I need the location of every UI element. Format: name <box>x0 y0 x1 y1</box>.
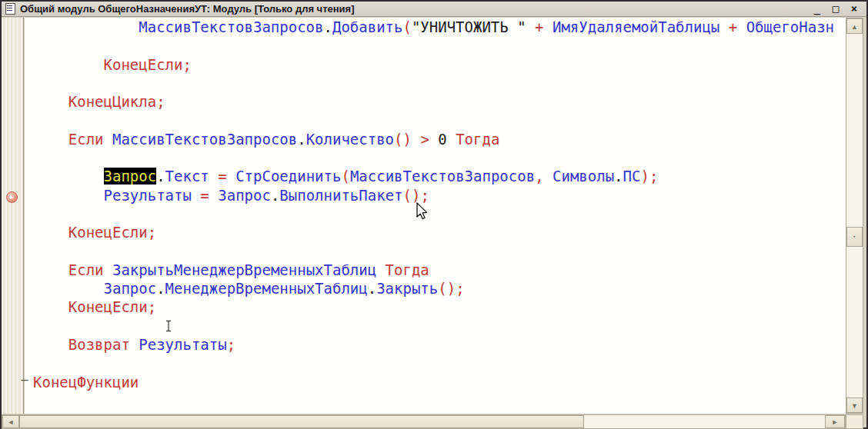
code-editor[interactable]: МассивТекстовЗапросов.Добавить("УНИЧТОЖИ… <box>25 18 846 414</box>
code-line: Если МассивТекстовЗапросов.Количество() … <box>33 130 834 148</box>
code-area[interactable]: МассивТекстовЗапросов.Добавить("УНИЧТОЖИ… <box>33 18 834 391</box>
text-caret-ibeam-icon <box>165 320 172 332</box>
code-line <box>33 205 834 223</box>
code-line: МассивТекстовЗапросов.Добавить("УНИЧТОЖИ… <box>33 18 834 36</box>
close-button[interactable]: × <box>848 3 860 15</box>
scroll-down-icon[interactable]: ▼ <box>846 397 863 413</box>
scroll-left-icon[interactable]: ◄ <box>2 415 19 428</box>
code-line: КонецЕсли; <box>33 223 834 241</box>
vertical-scrollbar[interactable]: ▲ ▪ ▼ <box>846 18 863 414</box>
code-line: Запрос.Текст = СтрСоединить(МассивТексто… <box>33 167 834 185</box>
breakpoint-marker-icon[interactable]: ► <box>6 191 18 203</box>
code-line <box>33 317 834 335</box>
code-line: КонецЦикла; <box>33 92 834 111</box>
minimize-button[interactable]: _ <box>811 3 823 15</box>
code-line <box>33 148 834 167</box>
vertical-scroll-thumb[interactable]: ▪ <box>846 227 863 247</box>
code-line <box>33 354 834 372</box>
code-line <box>33 111 834 129</box>
window-controls: _ □ × <box>811 2 860 17</box>
module-document-icon <box>5 3 15 15</box>
code-line: КонецЕсли; <box>33 298 834 316</box>
app-window: Общий модуль ОбщегоНазначенияУТ: Модуль … <box>0 0 868 429</box>
code-line <box>33 242 834 261</box>
selected-word-highlight: Запрос <box>104 168 157 185</box>
code-line: Запрос.МенеджерВременныхТаблиц.Закрыть()… <box>33 279 834 298</box>
mouse-pointer-icon <box>416 202 428 221</box>
horizontal-scrollbar[interactable]: ◄ ► <box>2 414 846 429</box>
horizontal-scroll-thumb[interactable] <box>19 415 584 428</box>
code-line: Возврат Результаты; <box>33 335 834 354</box>
scrollbar-corner <box>846 414 863 429</box>
code-line: Если ЗакрытьМенеджерВременныхТаблиц Тогд… <box>33 261 834 279</box>
code-line: КонецЕсли; <box>33 55 834 74</box>
breakpoint-margin[interactable]: ► <box>2 18 24 414</box>
title-bar[interactable]: Общий модуль ОбщегоНазначенияУТ: Модуль … <box>2 2 866 17</box>
code-line: Результаты = Запрос.ВыполнитьПакет(); <box>33 186 834 205</box>
scroll-up-icon[interactable]: ▲ <box>846 18 863 34</box>
code-line: КонецФункции <box>33 373 834 391</box>
scroll-right-icon[interactable]: ► <box>825 415 845 428</box>
maximize-button[interactable]: □ <box>830 3 842 15</box>
code-line <box>33 74 834 92</box>
fold-collapse-icon[interactable]: – <box>18 374 31 386</box>
code-line <box>33 36 834 55</box>
window-title: Общий модуль ОбщегоНазначенияУТ: Модуль … <box>20 3 355 15</box>
